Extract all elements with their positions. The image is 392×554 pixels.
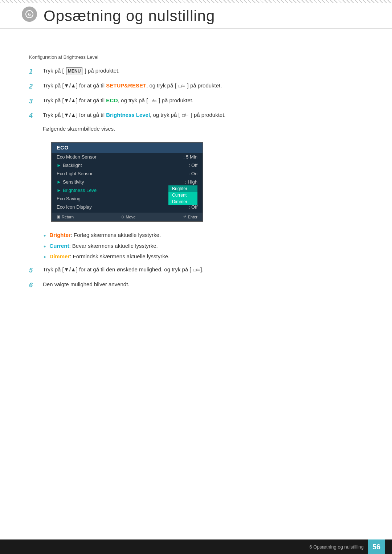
brighter-keyword: Brighter: [49, 232, 70, 238]
chapter-icon: 6: [22, 7, 37, 22]
eco-icon-value: : Off: [189, 204, 197, 210]
step-2: 2 Tryk på [▼/▲] for at gå til SETUP&RESE…: [29, 81, 363, 92]
menu-key: MENU: [66, 67, 82, 75]
eco-motion-value: : 5 Min: [183, 154, 197, 160]
step-1: 1 Tryk på [ MENU ] på produktet.: [29, 66, 363, 77]
eco-saving-label: Eco Saving: [57, 196, 197, 201]
step-text-2: Tryk på [▼/▲] for at gå til SETUP&RESET,…: [43, 81, 363, 90]
bullet-dot-brighter: •: [44, 232, 46, 240]
backlight-label: Backlight: [63, 163, 189, 168]
footer-page-number: 56: [368, 539, 385, 554]
step-num-6: 6: [29, 280, 40, 291]
title-divider: [0, 28, 392, 29]
enter-icon: ↵: [183, 214, 187, 219]
step-num-2: 2: [29, 81, 40, 92]
eco-light-label: Eco Light Sensor: [57, 171, 188, 176]
step-num-1: 1: [29, 66, 40, 77]
enter-item: ↵ Enter: [183, 214, 197, 219]
sensitivity-label: Sensitivity: [63, 179, 185, 185]
bullet-text-dimmer: Dimmer: Formindsk skærmens aktuelle lyss…: [49, 253, 170, 259]
step-num-5: 5: [29, 265, 40, 276]
current-keyword: Current: [49, 243, 69, 249]
eco-screen: ECO Eco Motion Sensor : 5 Min ► Backligh…: [51, 142, 203, 222]
move-item: ◇ Move: [121, 214, 135, 219]
sensitivity-value: : High: [185, 179, 197, 185]
bullet-text-brighter: Brighter: Forløg skærmens aktuelle lysst…: [49, 232, 161, 238]
screen-title: ECO: [52, 143, 203, 153]
sub-step-text: Følgende skærmbillede vises.: [43, 126, 363, 132]
brightness-arrow: ►: [57, 188, 61, 193]
top-stripe: [0, 0, 392, 3]
steps-list: 1 Tryk på [ MENU ] på produktet. 2 Tryk …: [29, 66, 363, 121]
eco-icon-label: Eco Icon Display: [57, 204, 189, 210]
sensitivity-arrow: ►: [57, 179, 61, 185]
setup-reset-highlight: SETUP&RESET: [106, 82, 146, 89]
footer-chapter-label: 6 Opsætning og nulstilling: [309, 544, 364, 550]
screen-row-backlight: ► Backlight : Off: [52, 161, 203, 169]
bullet-text-current: Current: Bevar skærmens aktuelle lysstyr…: [49, 243, 158, 249]
eco-highlight: ECO: [106, 97, 118, 103]
step-num-4: 4: [29, 111, 40, 121]
page-title: Opsætning og nulstilling: [44, 7, 215, 25]
screen-row-eco-motion: Eco Motion Sensor : 5 Min: [52, 153, 203, 161]
backlight-arrow: ►: [57, 163, 61, 168]
eco-motion-label: Eco Motion Sensor: [57, 154, 183, 160]
bullet-list: • Brighter: Forløg skærmens aktuelle lys…: [44, 232, 363, 262]
step-3: 3 Tryk på [▼/▲] for at gå til ECO, og tr…: [29, 96, 363, 107]
section-header: Konfiguration af Brightness Level: [29, 54, 363, 60]
content-area: Konfiguration af Brightness Level 1 Tryk…: [29, 47, 363, 295]
screen-container: ECO Eco Motion Sensor : 5 Min ► Backligh…: [51, 142, 203, 222]
step-text-4: Tryk på [▼/▲] for at gå til Brightness L…: [43, 111, 363, 119]
brightness-level-highlight: Brightness Level: [106, 112, 150, 118]
svg-text:6: 6: [28, 12, 30, 17]
step-4: 4 Tryk på [▼/▲] for at gå til Brightness…: [29, 111, 363, 121]
bullet-dot-dimmer: •: [44, 253, 46, 262]
return-icon: ▣: [57, 214, 60, 219]
dropdown-brighter: Brighter: [168, 185, 197, 192]
bullet-brighter: • Brighter: Forløg skærmens aktuelle lys…: [44, 232, 363, 240]
move-icon: ◇: [121, 214, 124, 219]
step-5-row: 5 Tryk på [▼/▲] for at gå til den ønsked…: [29, 265, 363, 276]
enter-label: Enter: [188, 215, 197, 219]
step-text-1: Tryk på [ MENU ] på produktet.: [43, 66, 363, 75]
footer: 6 Opsætning og nulstilling 56: [0, 539, 392, 554]
screen-row-eco-icon: Eco Icon Display : Off: [52, 203, 203, 211]
screen-bottom-bar: ▣ Return ◇ Move ↵ Enter: [52, 213, 203, 221]
screen-row-eco-light: Eco Light Sensor : On: [52, 169, 203, 178]
return-item: ▣ Return: [57, 214, 74, 219]
step-num-3: 3: [29, 96, 40, 107]
bullet-dimmer: • Dimmer: Formindsk skærmens aktuelle ly…: [44, 253, 363, 262]
step-6-row: 6 Den valgte mulighed bliver anvendt.: [29, 280, 363, 291]
screen-row-brightness: ► Brightness Level Brighter Current Dimm…: [52, 186, 203, 194]
screen-row-sensitivity: ► Sensitivity : High: [52, 178, 203, 186]
return-label: Return: [62, 215, 74, 219]
step-text-5: Tryk på [▼/▲] for at gå til den ønskede …: [43, 265, 363, 274]
step-text-3: Tryk på [▼/▲] for at gå til ECO, og tryk…: [43, 96, 363, 105]
dimmer-keyword: Dimmer: [49, 253, 70, 259]
bullet-dot-current: •: [44, 243, 46, 251]
step-text-6: Den valgte mulighed bliver anvendt.: [43, 280, 363, 289]
screen-row-eco-saving: Eco Saving: [52, 194, 203, 203]
backlight-value: : Off: [189, 163, 197, 168]
move-label: Move: [126, 215, 135, 219]
eco-light-value: : On: [188, 171, 197, 176]
bullet-current: • Current: Bevar skærmens aktuelle lysst…: [44, 243, 363, 251]
